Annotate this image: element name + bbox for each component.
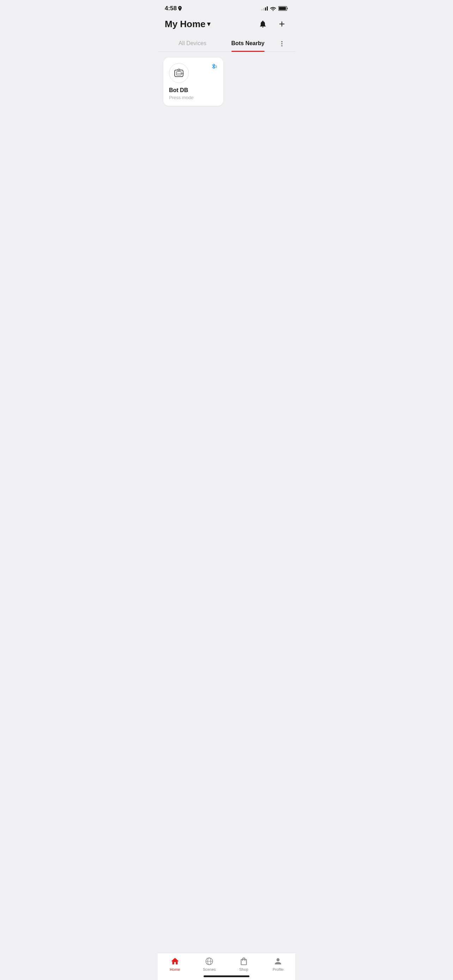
svg-text:SwitchBot: SwitchBot bbox=[177, 73, 184, 75]
svg-rect-9 bbox=[178, 69, 180, 70]
switchbot-icon: SwitchBot bbox=[173, 67, 185, 79]
device-mode: Press mode bbox=[169, 95, 218, 100]
svg-point-5 bbox=[281, 45, 282, 46]
add-button[interactable] bbox=[275, 18, 288, 30]
time-display: 4:58 bbox=[165, 5, 177, 12]
notifications-button[interactable] bbox=[256, 18, 269, 30]
svg-point-3 bbox=[281, 41, 282, 42]
battery-icon bbox=[278, 6, 288, 11]
device-name: Bot DB bbox=[169, 87, 218, 94]
tab-all-devices[interactable]: All Devices bbox=[165, 36, 220, 51]
header-title-group[interactable]: My Home ▾ bbox=[165, 19, 210, 30]
status-time: 4:58 bbox=[165, 5, 182, 12]
signal-icon bbox=[261, 6, 268, 11]
device-card-header: SwitchBot bbox=[169, 63, 218, 83]
tab-bots-nearby[interactable]: Bots Nearby bbox=[220, 36, 275, 51]
more-menu-button[interactable] bbox=[275, 37, 288, 50]
home-title: My Home bbox=[165, 19, 206, 30]
wifi-icon bbox=[270, 6, 276, 11]
location-icon bbox=[178, 6, 182, 11]
header-actions bbox=[256, 18, 288, 30]
svg-point-0 bbox=[273, 10, 274, 11]
svg-rect-2 bbox=[279, 7, 286, 10]
status-bar: 4:58 bbox=[158, 0, 295, 15]
svg-point-4 bbox=[281, 43, 282, 44]
chevron-down-icon: ▾ bbox=[207, 20, 210, 28]
tabs-container: All Devices Bots Nearby bbox=[158, 36, 295, 52]
device-icon: SwitchBot bbox=[169, 63, 189, 83]
status-icons bbox=[261, 6, 288, 11]
device-card-bot-db[interactable]: SwitchBot Bot DB Press mode bbox=[163, 57, 223, 106]
bluetooth-signal-icon bbox=[210, 63, 218, 70]
main-content: SwitchBot Bot DB Press mode bbox=[158, 52, 295, 111]
header: My Home ▾ bbox=[158, 15, 295, 36]
